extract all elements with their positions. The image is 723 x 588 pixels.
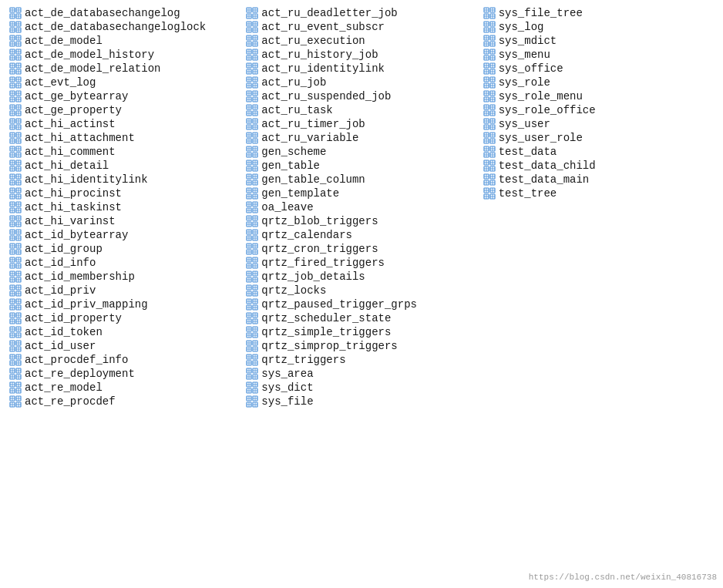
table-name: act_ru_suspended_job [261,90,391,102]
list-item[interactable]: act_ru_task [243,103,479,117]
list-item[interactable]: sys_office [480,62,717,76]
list-item[interactable]: qrtz_scheduler_state [243,311,479,325]
table-icon [483,173,496,186]
list-item[interactable]: act_ge_bytearray [6,89,243,103]
table-name: sys_dict [261,381,313,394]
list-item[interactable]: act_id_property [6,311,243,325]
table-icon [483,35,496,47]
list-item[interactable]: act_ru_suspended_job [243,89,479,103]
list-item[interactable]: qrtz_triggers [243,353,479,367]
list-item[interactable]: act_evt_log [6,76,243,89]
list-item[interactable]: act_de_databasechangelog [6,6,243,20]
list-item[interactable]: act_de_model [6,34,243,48]
table-icon [483,132,496,144]
list-item[interactable]: gen_table [243,159,479,173]
table-name: act_hi_varinst [25,215,116,227]
list-item[interactable]: act_hi_identitylink [6,173,243,186]
list-item[interactable]: act_id_user [6,339,243,353]
list-item[interactable]: act_hi_attachment [6,131,243,145]
list-item[interactable]: act_re_deployment [6,367,243,381]
table-icon [483,160,496,172]
table-icon [246,21,258,33]
list-item[interactable]: act_id_priv_mapping [6,297,243,311]
list-item[interactable]: act_ru_timer_job [243,117,479,131]
list-item[interactable]: qrtz_paused_trigger_grps [243,297,479,311]
list-item[interactable]: test_data_main [480,173,717,186]
list-item[interactable]: act_hi_procinst [6,186,243,200]
list-item[interactable]: sys_user_role [480,131,717,145]
table-name: qrtz_simple_triggers [261,326,391,338]
list-item[interactable]: act_ru_history_job [243,48,479,62]
list-item[interactable]: qrtz_simprop_triggers [243,339,479,353]
list-item[interactable]: act_ge_property [6,103,243,117]
table-icon [246,132,258,144]
table-icon [483,187,496,200]
list-item[interactable]: qrtz_locks [243,284,479,297]
table-name: act_re_deployment [25,368,135,380]
list-item[interactable]: act_de_databasechangeloglock [6,20,243,34]
list-item[interactable]: act_ru_identitylink [243,62,479,76]
list-item[interactable]: sys_dict [243,381,479,395]
list-item[interactable]: sys_role [480,76,717,89]
table-icon [9,160,22,172]
table-icon [9,243,22,255]
list-item[interactable]: act_id_info [6,256,243,270]
table-icon [246,118,258,130]
list-item[interactable]: qrtz_fired_triggers [243,256,479,270]
list-item[interactable]: act_de_model_relation [6,62,243,76]
list-item[interactable]: qrtz_simple_triggers [243,325,479,339]
list-item[interactable]: qrtz_cron_triggers [243,242,479,256]
list-item[interactable]: qrtz_calendars [243,228,479,242]
list-item[interactable]: act_id_bytearray [6,228,243,242]
list-item[interactable]: test_data_child [480,159,717,173]
list-item[interactable]: act_ru_job [243,76,479,89]
list-item[interactable]: act_re_model [6,381,243,395]
list-item[interactable]: sys_menu [480,48,717,62]
list-item[interactable]: sys_log [480,20,717,34]
list-item[interactable]: act_hi_actinst [6,117,243,131]
list-item[interactable]: act_id_priv [6,284,243,297]
table-name: sys_user_role [499,132,583,144]
list-item[interactable]: qrtz_job_details [243,270,479,284]
list-item[interactable]: sys_role_menu [480,89,717,103]
list-item[interactable]: act_de_model_history [6,48,243,62]
list-item[interactable]: sys_mdict [480,34,717,48]
list-item[interactable]: act_hi_varinst [6,214,243,228]
list-item[interactable]: act_re_procdef [6,395,243,408]
list-item[interactable]: test_tree [480,186,717,200]
list-item[interactable]: gen_scheme [243,145,479,159]
list-item[interactable]: sys_area [243,367,479,381]
table-name: sys_role_menu [499,90,583,102]
table-name: test_tree [499,187,557,200]
list-item[interactable]: sys_file [243,395,479,408]
table-name: qrtz_calendars [261,229,352,241]
list-item[interactable]: test_data [480,145,717,159]
table-icon [483,104,496,116]
table-icon [9,7,22,19]
list-item[interactable]: gen_table_column [243,173,479,186]
list-item[interactable]: gen_template [243,186,479,200]
list-item[interactable]: sys_user [480,117,717,131]
table-name: qrtz_fired_triggers [261,257,385,269]
table-name: act_ru_history_job [261,49,378,61]
list-item[interactable]: qrtz_blob_triggers [243,214,479,228]
list-item[interactable]: act_hi_comment [6,145,243,159]
list-item[interactable]: sys_file_tree [480,6,717,20]
list-item[interactable]: sys_role_office [480,103,717,117]
list-item[interactable]: act_ru_variable [243,131,479,145]
table-name: qrtz_triggers [261,354,345,366]
table-name: sys_area [261,368,313,380]
list-item[interactable]: act_id_group [6,242,243,256]
table-name: act_ru_timer_job [261,118,365,130]
table-icon [246,284,258,297]
list-item[interactable]: act_hi_taskinst [6,200,243,214]
list-item[interactable]: act_id_token [6,325,243,339]
list-item[interactable]: act_procdef_info [6,353,243,367]
list-item[interactable]: act_ru_execution [243,34,479,48]
list-item[interactable]: oa_leave [243,200,479,214]
list-item[interactable]: act_ru_event_subscr [243,20,479,34]
list-item[interactable]: act_hi_detail [6,159,243,173]
list-item[interactable]: act_ru_deadletter_job [243,6,479,20]
list-item[interactable]: act_id_membership [6,270,243,284]
table-icon [483,49,496,61]
